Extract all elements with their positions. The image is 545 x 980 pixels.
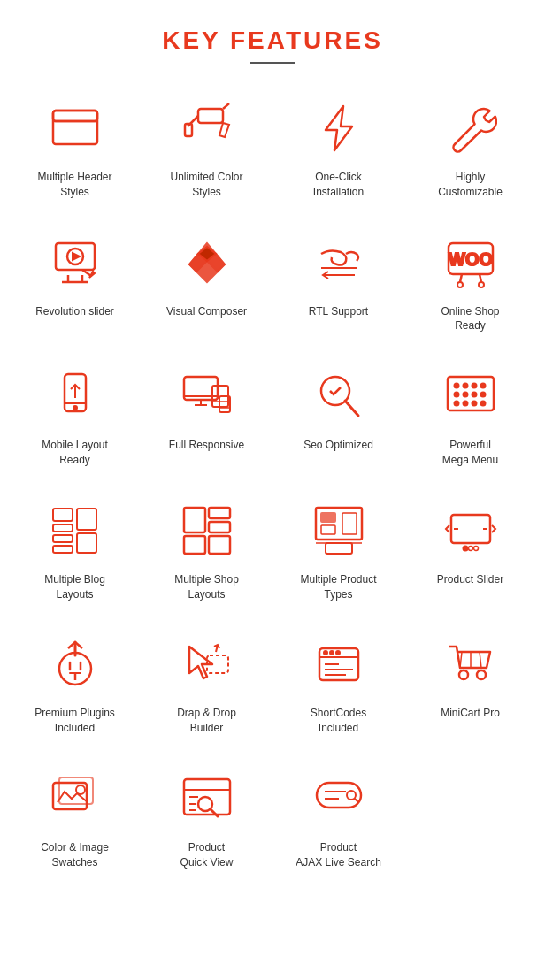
feature-label: Mobile LayoutReady xyxy=(42,438,108,468)
feature-label: Full Responsive xyxy=(169,438,244,453)
svg-point-48 xyxy=(463,402,467,406)
feature-shortcodes-included: ShortCodesIncluded xyxy=(272,617,404,752)
svg-point-22 xyxy=(457,282,463,287)
feature-highly-customizable: HighlyCustomizable xyxy=(404,81,536,216)
svg-rect-105 xyxy=(317,783,361,808)
feature-multiple-blog-layouts: Multiple BlogLayouts xyxy=(9,484,141,618)
svg-rect-61 xyxy=(209,536,230,554)
feature-premium-plugins-included: Premium PluginsIncluded xyxy=(9,617,141,752)
feature-label: Premium PluginsIncluded xyxy=(35,706,115,736)
feature-label: Color & ImageSwatches xyxy=(41,840,109,870)
seo-icon xyxy=(308,365,370,427)
svg-rect-56 xyxy=(77,533,96,553)
feature-unlimited-color-styles: Unlimited ColorStyles xyxy=(141,81,272,216)
svg-point-50 xyxy=(480,402,485,406)
feature-label: ProductQuick View xyxy=(180,840,234,870)
feature-revolution-slider: Revolution slider xyxy=(9,216,141,350)
svg-point-44 xyxy=(463,393,467,397)
feature-product-ajax-live-search: ProductAJAX Live Search xyxy=(272,752,404,886)
svg-point-45 xyxy=(472,393,476,397)
svg-marker-15 xyxy=(89,272,95,278)
feature-label: HighlyCustomizable xyxy=(438,170,503,200)
svg-rect-59 xyxy=(209,508,230,518)
feature-label: Multiple BlogLayouts xyxy=(44,572,105,602)
feature-one-click-installation: One-ClickInstallation xyxy=(272,81,404,216)
product-types-icon xyxy=(308,500,370,562)
wrench-icon xyxy=(440,97,502,159)
svg-point-41 xyxy=(472,384,476,388)
mobile-icon xyxy=(44,365,106,427)
svg-rect-53 xyxy=(53,535,73,542)
svg-text:WOO: WOO xyxy=(449,249,493,269)
feature-label: Unlimited ColorStyles xyxy=(170,170,242,200)
feature-minicart-pro: MiniCart Pro xyxy=(404,617,536,752)
feature-multiple-header-styles: Multiple HeaderStyles xyxy=(9,81,141,216)
svg-rect-3 xyxy=(198,109,223,123)
shortcodes-icon xyxy=(308,633,370,695)
page-title: KEY FEATURES xyxy=(0,27,545,55)
svg-point-94 xyxy=(477,670,486,679)
svg-rect-63 xyxy=(321,513,335,522)
svg-marker-7 xyxy=(326,106,352,150)
svg-point-47 xyxy=(454,402,458,406)
svg-point-88 xyxy=(336,651,340,655)
svg-rect-58 xyxy=(184,536,205,554)
svg-point-43 xyxy=(454,393,458,397)
page-title-section: KEY FEATURES xyxy=(0,0,545,73)
svg-line-37 xyxy=(345,401,358,416)
feature-drag-drop-builder: Drap & DropBuilder xyxy=(141,617,272,752)
svg-line-90 xyxy=(460,652,462,668)
svg-point-97 xyxy=(76,785,85,794)
feature-label: ProductAJAX Live Search xyxy=(296,840,381,870)
svg-rect-0 xyxy=(53,111,97,144)
feature-visual-composer: Visual Composer xyxy=(141,216,272,350)
svg-point-23 xyxy=(479,282,484,287)
title-divider xyxy=(250,62,295,64)
svg-point-46 xyxy=(480,393,485,397)
swatches-icon xyxy=(44,768,106,830)
svg-rect-65 xyxy=(342,513,357,534)
feature-mobile-layout-ready: Mobile LayoutReady xyxy=(9,349,141,484)
feature-label: PowerfulMega Menu xyxy=(442,438,498,468)
svg-rect-57 xyxy=(184,508,205,532)
feature-label: MiniCart Pro xyxy=(441,706,500,721)
play-icon xyxy=(44,232,106,294)
features-grid: Multiple HeaderStyles Unlimited ColorSty… xyxy=(0,73,545,904)
svg-line-6 xyxy=(223,103,229,109)
svg-point-49 xyxy=(472,402,476,406)
header-icon xyxy=(44,97,106,159)
feature-label: Multiple HeaderStyles xyxy=(37,170,111,200)
svg-line-109 xyxy=(355,799,358,802)
svg-rect-52 xyxy=(53,524,73,532)
svg-point-42 xyxy=(480,384,485,388)
blog-icon xyxy=(44,500,106,562)
feature-label: Multiple ProductTypes xyxy=(300,572,376,602)
svg-point-26 xyxy=(73,406,77,410)
svg-point-40 xyxy=(463,384,467,388)
svg-point-93 xyxy=(459,670,468,679)
rtl-icon xyxy=(308,232,370,294)
feature-label: Product Slider xyxy=(437,572,503,587)
svg-rect-54 xyxy=(53,546,73,553)
svg-line-92 xyxy=(480,652,481,668)
feature-product-quick-view: ProductQuick View xyxy=(141,752,272,886)
svg-rect-67 xyxy=(326,543,352,554)
svg-rect-60 xyxy=(209,522,230,532)
responsive-icon xyxy=(176,365,238,427)
shop-icon xyxy=(176,500,238,562)
feature-label: ShortCodesIncluded xyxy=(311,706,366,736)
feature-label: Revolution slider xyxy=(35,304,114,319)
feature-label: Seo Optimized xyxy=(303,438,373,453)
svg-rect-51 xyxy=(53,509,73,521)
menu-icon xyxy=(440,365,502,427)
feature-full-responsive: Full Responsive xyxy=(141,349,272,484)
svg-rect-64 xyxy=(321,525,335,534)
svg-rect-1 xyxy=(53,111,97,121)
quickview-icon xyxy=(176,768,238,830)
svg-point-86 xyxy=(324,651,327,655)
search-icon xyxy=(308,768,370,830)
svg-point-69 xyxy=(463,546,467,550)
feature-label: Drap & DropBuilder xyxy=(177,706,236,736)
color-icon xyxy=(176,97,238,159)
feature-label: RTL Support xyxy=(309,304,368,319)
